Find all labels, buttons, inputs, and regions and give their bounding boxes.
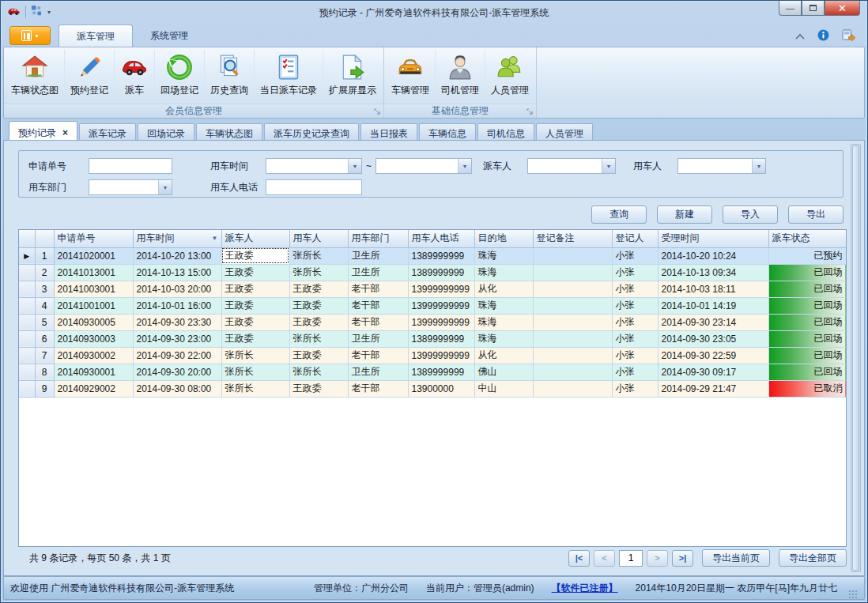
cell-registrant[interactable]: 小张 — [612, 281, 658, 297]
cell-dispatcher[interactable]: 王政委 — [221, 247, 289, 264]
extended-screen-button[interactable]: 扩展屏显示 — [323, 50, 382, 99]
table-row[interactable]: 3201410030012014-10-03 20:00王政委王政委老干部139… — [19, 281, 846, 297]
cell-apply-no[interactable]: 20141001001 — [54, 297, 133, 314]
cell-destination[interactable]: 珠海 — [474, 314, 533, 330]
table-row[interactable]: 6201409300032014-09-30 23:00王政委张所长卫生所138… — [19, 330, 846, 347]
cell-use-time[interactable]: 2014-09-30 23:30 — [133, 314, 221, 330]
cell-use-time[interactable]: 2014-10-13 15:00 — [133, 264, 221, 281]
dispatcher-combo[interactable]: ▼ — [527, 158, 616, 174]
use-time-to-combo[interactable]: ▼ — [376, 158, 472, 174]
cell-user-phone[interactable]: 13999999999 — [408, 347, 474, 364]
ribbon-tab-system-manage[interactable]: 系统管理 — [133, 24, 206, 47]
cell-user[interactable]: 王政委 — [289, 281, 348, 297]
cell-registrant[interactable]: 小张 — [612, 380, 658, 397]
export-all-pages-button[interactable]: 导出全部页 — [779, 549, 847, 567]
cell-register-note[interactable] — [533, 364, 612, 380]
cell-accept-time[interactable]: 2014-09-30 09:17 — [658, 364, 768, 380]
license-registered-link[interactable]: 【软件已注册】 — [552, 582, 618, 595]
table-row[interactable]: 7201409300022014-09-30 22:00张所长王政委老干部139… — [19, 347, 846, 364]
last-page-button[interactable]: >| — [672, 550, 693, 567]
doc-tab-vehicle-status-map[interactable]: 车辆状态图 — [196, 123, 262, 141]
dispatch-button[interactable]: 派车 — [115, 50, 155, 99]
cell-user-phone[interactable]: 13999999999 — [408, 297, 474, 314]
cell-destination[interactable]: 中山 — [474, 380, 533, 397]
new-button[interactable]: 新建 — [657, 205, 712, 224]
cell-user[interactable]: 张所长 — [289, 247, 348, 264]
cell-user-phone[interactable]: 13999999999 — [408, 314, 474, 330]
phone-input[interactable] — [266, 179, 362, 195]
cell-destination[interactable]: 珠海 — [474, 297, 533, 314]
chevron-down-icon[interactable]: ▼ — [752, 159, 765, 173]
cell-department[interactable]: 老干部 — [348, 281, 408, 297]
cell-destination[interactable]: 从化 — [474, 281, 533, 297]
vehicle-manage-button[interactable]: 车辆管理 — [386, 50, 436, 99]
cell-apply-no[interactable]: 20140930003 — [54, 330, 133, 347]
minimize-button[interactable]: — — [779, 1, 802, 16]
cell-accept-time[interactable]: 2014-10-13 09:34 — [658, 264, 768, 281]
chevron-down-icon[interactable]: ▼ — [602, 159, 615, 173]
cell-apply-no[interactable]: 20141013001 — [54, 264, 133, 281]
reservation-register-button[interactable]: 预约登记 — [65, 50, 115, 99]
cell-register-note[interactable] — [533, 314, 612, 330]
cell-accept-time[interactable]: 2014-10-01 14:19 — [658, 297, 768, 314]
cell-apply-no[interactable]: 20140930005 — [54, 314, 133, 330]
department-combo[interactable]: ▼ — [89, 179, 172, 195]
doc-tab-dispatch-history-query[interactable]: 派车历史记录查询 — [264, 123, 359, 141]
cell-department[interactable]: 老干部 — [348, 297, 408, 314]
cell-user-phone[interactable]: 1389999999 — [408, 247, 474, 264]
cell-user[interactable]: 王政委 — [289, 314, 348, 330]
close-button[interactable]: ✕ — [825, 1, 860, 16]
cell-destination[interactable]: 珠海 — [474, 330, 533, 347]
column-header-register-note[interactable]: 登记备注 — [533, 230, 612, 247]
table-row[interactable]: 4201410010012014-10-01 16:00王政委王政委老干部139… — [19, 297, 846, 314]
column-header-user[interactable]: 用车人 — [289, 230, 348, 247]
resize-grip[interactable] — [848, 590, 858, 599]
import-button[interactable]: 导入 — [723, 205, 778, 224]
cell-dispatcher[interactable]: 张所长 — [221, 347, 289, 364]
cell-register-note[interactable] — [533, 330, 612, 347]
cell-register-note[interactable] — [533, 347, 612, 364]
table-row[interactable]: 9201409290022014-09-30 08:00张所长王政委老干部139… — [19, 380, 846, 397]
query-button[interactable]: 查询 — [591, 205, 647, 224]
cell-registrant[interactable]: 小张 — [612, 364, 658, 380]
cell-use-time[interactable]: 2014-09-30 08:00 — [133, 380, 221, 397]
cell-use-time[interactable]: 2014-10-20 13:00 — [133, 247, 221, 264]
table-row[interactable]: 8201409300012014-09-30 20:00张所长张所长卫生所138… — [19, 364, 846, 380]
doc-tab-vehicle-info[interactable]: 车辆信息 — [419, 123, 476, 141]
cell-dispatcher[interactable]: 张所长 — [221, 380, 289, 397]
doc-tab-daily-report[interactable]: 当日报表 — [360, 123, 417, 141]
table-row[interactable]: 2201410130012014-10-13 15:00王政委张所长卫生所138… — [19, 264, 846, 281]
cell-dispatcher[interactable]: 王政委 — [221, 314, 289, 330]
cell-accept-time[interactable]: 2014-09-30 23:14 — [658, 314, 768, 330]
driver-manage-button[interactable]: 司机管理 — [436, 50, 485, 99]
cell-destination[interactable]: 珠海 — [474, 264, 533, 281]
logout-icon[interactable] — [842, 29, 855, 43]
quick-access-dropdown-icon[interactable]: ▾ — [47, 9, 51, 16]
cell-user[interactable]: 张所长 — [289, 264, 348, 281]
cell-user[interactable]: 张所长 — [289, 364, 348, 380]
chevron-down-icon[interactable]: ▼ — [458, 159, 471, 173]
cell-accept-time[interactable]: 2014-09-30 23:05 — [658, 330, 768, 347]
cell-dispatcher[interactable]: 王政委 — [221, 264, 289, 281]
cell-registrant[interactable]: 小张 — [612, 314, 658, 330]
cell-dispatcher[interactable]: 王政委 — [221, 330, 289, 347]
column-header-registrant[interactable]: 登记人 — [612, 230, 658, 247]
column-header-accept-time[interactable]: 受理时间 — [658, 230, 768, 247]
cell-apply-no[interactable]: 20141003001 — [54, 281, 133, 297]
column-header-department[interactable]: 用车部门 — [348, 230, 408, 247]
export-current-page-button[interactable]: 导出当前页 — [702, 549, 770, 567]
cell-register-note[interactable] — [533, 247, 612, 264]
cell-user[interactable]: 王政委 — [289, 380, 348, 397]
use-time-from-combo[interactable]: ▼ — [266, 158, 362, 174]
user-combo[interactable]: ▼ — [677, 158, 766, 174]
cell-apply-no[interactable]: 20140930002 — [54, 347, 133, 364]
cell-apply-no[interactable]: 20141020001 — [54, 247, 133, 264]
cell-register-note[interactable] — [533, 264, 612, 281]
cell-dispatcher[interactable]: 王政委 — [221, 281, 289, 297]
cell-destination[interactable]: 珠海 — [474, 247, 533, 264]
cell-department[interactable]: 卫生所 — [348, 330, 408, 347]
cell-accept-time[interactable]: 2014-09-29 21:47 — [658, 380, 768, 397]
personnel-manage-button[interactable]: 人员管理 — [485, 50, 534, 99]
maximize-button[interactable] — [802, 1, 825, 16]
cell-registrant[interactable]: 小张 — [612, 247, 658, 264]
